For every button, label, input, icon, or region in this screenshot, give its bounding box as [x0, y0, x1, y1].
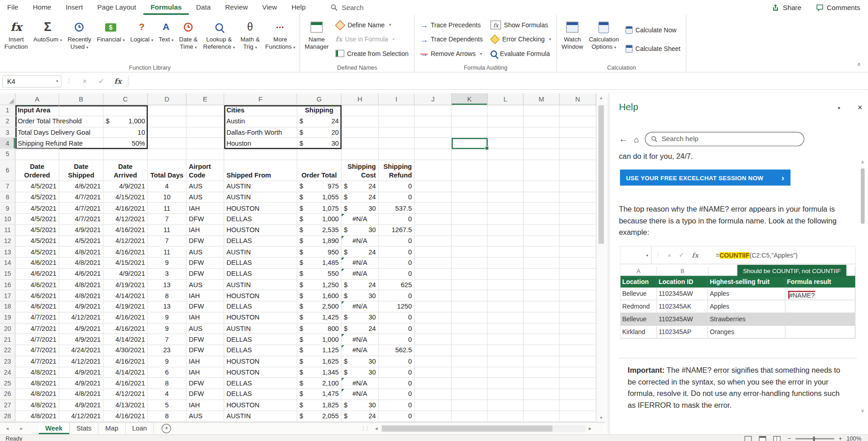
- cell-K13[interactable]: [452, 247, 488, 258]
- cell-K14[interactable]: [452, 258, 488, 269]
- cell-A27[interactable]: 4/8/2021: [15, 400, 59, 411]
- cell-D4[interactable]: [148, 138, 187, 149]
- cell-F23[interactable]: HOUSTON: [224, 356, 298, 367]
- ribbon-tab-home[interactable]: Home: [25, 0, 58, 15]
- cell-H24[interactable]: $30: [342, 367, 379, 378]
- cell-H6[interactable]: ShippingCost: [342, 160, 379, 181]
- calculate-now-button[interactable]: Calculate Now: [623, 24, 682, 36]
- cell-H16[interactable]: $24: [342, 279, 379, 290]
- cell-G13[interactable]: $950: [297, 247, 341, 258]
- cell-E10[interactable]: DFW: [187, 214, 224, 225]
- cell-H3[interactable]: [342, 127, 379, 138]
- cell-D8[interactable]: 10: [148, 192, 187, 203]
- cell-J6[interactable]: [414, 160, 452, 181]
- cell-A24[interactable]: 4/8/2021: [15, 367, 59, 378]
- cell-H11[interactable]: $30: [342, 225, 379, 236]
- ribbon-tab-page-layout[interactable]: Page Layout: [90, 0, 143, 15]
- cell-K21[interactable]: [452, 334, 488, 345]
- logical-button[interactable]: ?Logical▾: [127, 15, 156, 63]
- cell-D1[interactable]: [148, 105, 187, 116]
- cell-G23[interactable]: $1,625: [297, 356, 341, 367]
- cell-M27[interactable]: [524, 400, 560, 411]
- cell-B9[interactable]: 4/7/2021: [59, 203, 103, 214]
- cell-G19[interactable]: $1,425: [297, 312, 341, 323]
- cell-B28[interactable]: 4/12/2021: [59, 411, 103, 422]
- cell-C15[interactable]: 4/9/2021: [104, 269, 148, 279]
- cell-J28[interactable]: [414, 411, 452, 422]
- cell-E15[interactable]: DFW: [187, 269, 224, 279]
- cell-G27[interactable]: $1,825: [297, 400, 341, 411]
- cell-M18[interactable]: [524, 301, 560, 312]
- new-sheet-button[interactable]: +: [162, 424, 172, 433]
- scroll-left-icon[interactable]: ◄: [372, 426, 381, 431]
- cell-N6[interactable]: [560, 160, 596, 181]
- cell-L23[interactable]: [488, 356, 524, 367]
- cell-M4[interactable]: [524, 138, 560, 149]
- cell-L4[interactable]: [488, 138, 524, 149]
- cell-N7[interactable]: [560, 181, 596, 192]
- cell-L22[interactable]: [488, 345, 524, 356]
- cell-K27[interactable]: [452, 400, 488, 411]
- scroll-up-icon[interactable]: ∧: [861, 160, 864, 165]
- cell-L21[interactable]: [488, 334, 524, 345]
- cell-J22[interactable]: [414, 345, 452, 356]
- cell-F27[interactable]: HOUSTON: [224, 400, 298, 411]
- cell-H18[interactable]: #N/A: [342, 301, 379, 312]
- cell-I8[interactable]: 0: [378, 192, 414, 203]
- cell-D7[interactable]: 4: [148, 181, 187, 192]
- cell-I10[interactable]: 0: [378, 214, 414, 225]
- use-in-formula-button[interactable]: fxUse in Formula▾: [333, 34, 411, 46]
- cell-H17[interactable]: $30: [342, 290, 379, 301]
- cell-C2[interactable]: $1,000: [104, 116, 148, 127]
- cell-N27[interactable]: [560, 400, 596, 411]
- cell-C6[interactable]: DateArrived: [104, 160, 148, 181]
- cell-F16[interactable]: AUSTIN: [224, 279, 298, 290]
- cell-D13[interactable]: 11: [148, 247, 187, 258]
- cell-K2[interactable]: [452, 116, 488, 127]
- cell-E23[interactable]: IAH: [187, 356, 224, 367]
- cell-B18[interactable]: 4/9/2021: [59, 301, 103, 312]
- cell-K23[interactable]: [452, 356, 488, 367]
- formula-input[interactable]: [131, 75, 868, 87]
- cell-F22[interactable]: DELLAS: [224, 345, 298, 356]
- cell-A7[interactable]: 4/5/2021: [15, 181, 59, 192]
- cell-M16[interactable]: [524, 279, 560, 290]
- cell-A14[interactable]: 4/6/2021: [15, 258, 59, 269]
- cell-G11[interactable]: $2,535: [297, 225, 341, 236]
- name-box[interactable]: K4 ▾: [2, 75, 61, 87]
- cell-G18[interactable]: $2,500: [297, 301, 341, 312]
- cell-C19[interactable]: 4/16/2021: [104, 312, 148, 323]
- cell-B26[interactable]: 4/8/2021: [59, 389, 103, 400]
- cell-D5[interactable]: [148, 149, 187, 160]
- cell-I4[interactable]: [378, 138, 414, 149]
- cell-A28[interactable]: 4/8/2021: [15, 411, 59, 422]
- cell-E22[interactable]: DFW: [187, 345, 224, 356]
- recently-used-button[interactable]: RecentlyUsed▾: [65, 15, 94, 63]
- cell-B27[interactable]: 4/9/2021: [59, 400, 103, 411]
- name-box-dropdown-icon[interactable]: ▾: [56, 79, 58, 83]
- cell-L6[interactable]: [488, 160, 524, 181]
- cell-M26[interactable]: [524, 389, 560, 400]
- error-checking-button[interactable]: Error Checking▾: [488, 34, 553, 46]
- cell-E5[interactable]: [187, 149, 224, 160]
- cell-C3[interactable]: 10: [104, 127, 148, 138]
- cell-K9[interactable]: [452, 203, 488, 214]
- cell-M24[interactable]: [524, 367, 560, 378]
- cell-L1[interactable]: [488, 105, 524, 116]
- cell-G10[interactable]: $1,000: [297, 214, 341, 225]
- cell-H5[interactable]: [342, 149, 379, 160]
- cell-H21[interactable]: #N/A: [342, 334, 379, 345]
- cell-J5[interactable]: [414, 149, 452, 160]
- cell-L15[interactable]: [488, 269, 524, 279]
- cell-E13[interactable]: AUS: [187, 247, 224, 258]
- horizontal-scroll-track[interactable]: [381, 425, 585, 432]
- selected-cell-K4[interactable]: [452, 138, 488, 149]
- cell-H2[interactable]: [342, 116, 379, 127]
- cell-J18[interactable]: [414, 301, 452, 312]
- cell-N28[interactable]: [560, 411, 596, 422]
- cell-D27[interactable]: 5: [148, 400, 187, 411]
- cell-J16[interactable]: [414, 279, 452, 290]
- cell-F1[interactable]: Cities: [224, 105, 298, 116]
- zoom-out-icon[interactable]: −: [787, 435, 791, 441]
- cell-G17[interactable]: $1,600: [297, 290, 341, 301]
